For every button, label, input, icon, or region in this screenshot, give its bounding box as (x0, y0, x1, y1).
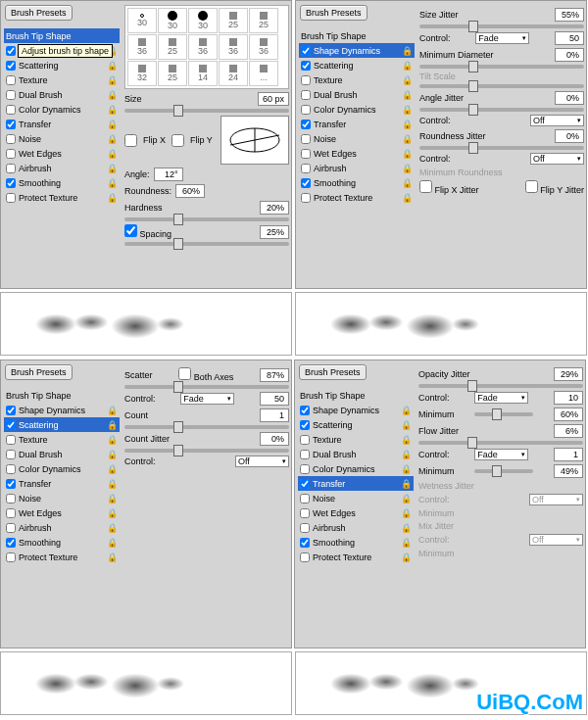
option-scattering[interactable]: Scattering🔒 (298, 417, 414, 432)
option-check[interactable] (301, 164, 311, 173)
round-value[interactable]: 60% (175, 184, 205, 198)
lock-icon[interactable]: 🔒 (107, 494, 118, 504)
flowj-slider[interactable] (418, 441, 583, 445)
flipy-check[interactable] (172, 134, 184, 147)
brush-tip-shape-item[interactable]: Brush Tip Shape (4, 388, 120, 403)
lock-icon[interactable]: 🔒 (402, 61, 413, 71)
opmin-value[interactable]: 60% (554, 408, 583, 421)
brush-tip-shape-item[interactable]: Brush Tip Shape (299, 28, 415, 43)
option-scattering[interactable]: Scattering🔒 (4, 58, 120, 72)
option-check[interactable] (300, 435, 310, 445)
option-smoothing[interactable]: Smoothing🔒 (4, 175, 120, 190)
option-check[interactable] (6, 193, 16, 203)
option-check[interactable] (300, 523, 310, 533)
flowmin-slider[interactable] (474, 469, 533, 473)
option-check[interactable] (300, 406, 310, 415)
control-select[interactable]: Fade (474, 449, 528, 460)
lock-icon[interactable]: 🔒 (107, 120, 118, 129)
option-shape-dynamics[interactable]: Shape Dynamics🔒 (4, 403, 120, 417)
opmin-slider[interactable] (474, 412, 533, 416)
option-check[interactable] (6, 75, 16, 85)
brush-tip-shape-item[interactable]: Brush Tip Shape (4, 28, 120, 43)
countj-value[interactable]: 0% (260, 432, 289, 446)
option-check[interactable] (300, 494, 310, 504)
option-check[interactable] (6, 420, 16, 430)
roundjitter-slider[interactable] (419, 146, 584, 150)
option-wet-edges[interactable]: Wet Edges🔒 (4, 505, 120, 520)
swatch[interactable]: 25 (158, 34, 187, 60)
control-select[interactable]: Off (530, 115, 584, 126)
lock-icon[interactable]: 🔒 (401, 523, 412, 533)
lock-icon[interactable]: 🔒 (107, 105, 118, 115)
lock-icon[interactable]: 🔒 (401, 494, 412, 504)
option-check[interactable] (300, 538, 310, 548)
option-check[interactable] (6, 178, 16, 188)
control-select[interactable]: Fade (180, 393, 234, 405)
option-check[interactable] (301, 61, 311, 71)
option-noise[interactable]: Noise🔒 (299, 131, 415, 146)
lock-icon[interactable]: 🔒 (107, 464, 118, 474)
lock-icon[interactable]: 🔒 (107, 178, 118, 188)
option-noise[interactable]: Noise🔒 (298, 491, 414, 505)
anglejitter-value[interactable]: 0% (555, 91, 584, 105)
lock-icon[interactable]: 🔒 (107, 61, 118, 71)
option-check[interactable] (301, 120, 311, 129)
brush-presets-button[interactable]: Brush Presets (300, 5, 368, 21)
option-check[interactable] (301, 178, 311, 188)
flipyj-check[interactable] (525, 180, 538, 193)
lock-icon[interactable]: 🔒 (401, 538, 412, 548)
option-scattering[interactable]: Scattering🔒 (4, 417, 120, 432)
option-texture[interactable]: Texture🔒 (4, 432, 120, 447)
lock-icon[interactable]: 🔒 (107, 435, 118, 445)
option-transfer[interactable]: Transfer🔒 (299, 117, 415, 131)
flowj-value[interactable]: 6% (554, 424, 583, 438)
lock-icon[interactable]: 🔒 (107, 406, 118, 415)
lock-icon[interactable]: 🔒 (402, 134, 413, 144)
option-check[interactable] (300, 552, 310, 562)
option-check[interactable] (6, 479, 16, 489)
sizejitter-slider[interactable] (419, 24, 584, 28)
lock-icon[interactable]: 🔒 (402, 178, 413, 188)
option-check[interactable] (6, 134, 16, 144)
option-smoothing[interactable]: Smoothing🔒 (299, 175, 415, 190)
option-wet-edges[interactable]: Wet Edges🔒 (298, 505, 414, 520)
option-transfer[interactable]: Transfer🔒 (4, 476, 120, 491)
option-protect-texture[interactable]: Protect Texture🔒 (4, 550, 120, 564)
swatch[interactable]: 36 (188, 34, 218, 60)
lock-icon[interactable]: 🔒 (401, 508, 412, 518)
option-dual-brush[interactable]: Dual Brush🔒 (299, 87, 415, 102)
option-smoothing[interactable]: Smoothing🔒 (4, 535, 120, 550)
option-check[interactable] (6, 494, 16, 504)
swatch[interactable]: 36 (127, 34, 157, 60)
mindia-value[interactable]: 0% (555, 48, 584, 62)
option-check[interactable] (6, 164, 16, 173)
count-value[interactable]: 1 (260, 408, 289, 422)
flipx-check[interactable] (124, 134, 137, 147)
option-check[interactable] (301, 193, 311, 203)
lock-icon[interactable]: 🔒 (402, 193, 413, 203)
scatter-slider[interactable] (124, 385, 289, 389)
swatch-grid[interactable]: 3030302525362536363632251424... (124, 5, 289, 89)
anglejitter-slider[interactable] (419, 108, 584, 112)
lock-icon[interactable]: 🔒 (401, 479, 412, 489)
flipxj-check[interactable] (419, 180, 432, 193)
option-check[interactable] (6, 450, 16, 459)
swatch[interactable]: 32 (127, 61, 157, 86)
spacing-slider[interactable] (124, 242, 289, 246)
swatch[interactable]: 36 (219, 34, 248, 60)
option-noise[interactable]: Noise🔒 (4, 131, 120, 146)
option-check[interactable] (300, 450, 310, 459)
option-dual-brush[interactable]: Dual Brush🔒 (298, 447, 414, 461)
option-check[interactable] (300, 464, 310, 474)
option-check[interactable] (300, 479, 310, 489)
option-check[interactable] (6, 552, 16, 562)
flowmin-value[interactable]: 49% (554, 464, 583, 478)
option-color-dynamics[interactable]: Color Dynamics🔒 (298, 461, 414, 476)
option-protect-texture[interactable]: Protect Texture🔒 (4, 190, 120, 205)
option-noise[interactable]: Noise🔒 (4, 491, 120, 505)
brush-tip-shape-item[interactable]: Brush Tip Shape (298, 388, 414, 403)
option-dual-brush[interactable]: Dual Brush🔒 (4, 447, 120, 461)
size-value[interactable]: 60 px (258, 92, 289, 106)
option-check[interactable] (6, 105, 16, 115)
option-check[interactable] (6, 149, 16, 159)
